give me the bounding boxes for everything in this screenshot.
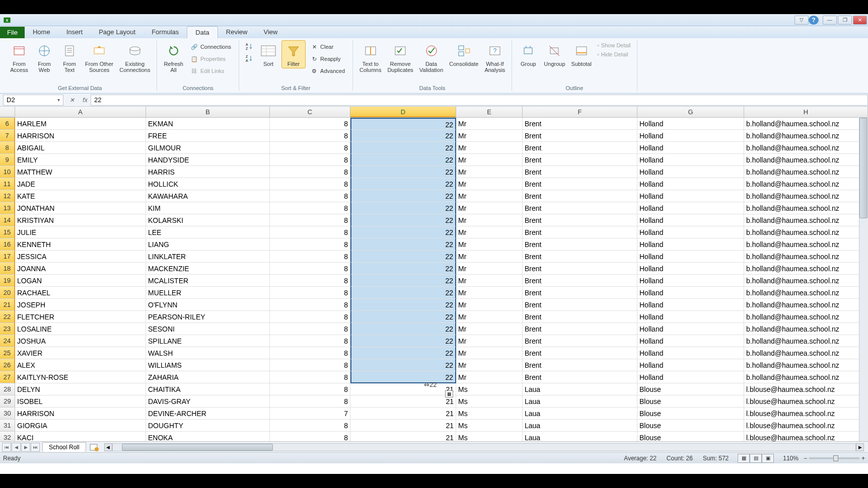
cell[interactable]: l.blouse@haumea.school.nz <box>744 383 868 395</box>
column-header-C[interactable]: C <box>270 107 350 117</box>
cell[interactable]: Laua <box>523 408 637 420</box>
row-header[interactable]: 12 <box>0 190 15 202</box>
consolidate-button[interactable]: Consolidate <box>447 40 481 68</box>
cell[interactable]: b.holland@haumea.school.nz <box>744 166 868 178</box>
cell[interactable]: 22 <box>350 275 456 287</box>
cell[interactable]: JESSICA <box>15 251 146 263</box>
filter-button[interactable]: Filter <box>281 40 306 68</box>
cell[interactable]: 22 <box>350 190 456 202</box>
cell[interactable]: Blouse <box>637 408 744 420</box>
cell[interactable]: Holland <box>637 311 744 323</box>
sort-desc-button[interactable]: ZA <box>244 53 254 63</box>
cell[interactable]: 8 <box>270 214 350 226</box>
cell[interactable]: FREE <box>146 130 270 142</box>
cell[interactable]: Brent <box>523 299 637 311</box>
cell[interactable]: 8 <box>270 359 350 371</box>
group-button[interactable]: Group <box>516 40 540 68</box>
cell[interactable]: b.holland@haumea.school.nz <box>744 371 868 383</box>
cell[interactable]: b.holland@haumea.school.nz <box>744 154 868 166</box>
row-header[interactable]: 27 <box>0 371 15 383</box>
cell[interactable]: 22 <box>350 238 456 251</box>
cell[interactable]: Mr <box>456 251 523 263</box>
cell[interactable]: 8 <box>270 251 350 263</box>
cell[interactable]: DAVIS-GRAY <box>146 395 270 408</box>
row-header[interactable]: 30 <box>0 408 15 420</box>
cell[interactable]: Blouse <box>637 395 744 408</box>
sheet-nav-last[interactable]: ⏭ <box>31 443 40 452</box>
cell[interactable]: GIORGIA <box>15 420 146 432</box>
cell[interactable]: 8 <box>270 190 350 202</box>
sheet-nav-first[interactable]: ⏮ <box>2 443 11 452</box>
cell[interactable]: b.holland@haumea.school.nz <box>744 226 868 238</box>
cell[interactable]: 22 <box>350 202 456 214</box>
sheet-nav-next[interactable]: ▶ <box>21 443 30 452</box>
cell[interactable]: Holland <box>637 371 744 383</box>
cell[interactable]: Brent <box>523 275 637 287</box>
cell[interactable]: Holland <box>637 287 744 299</box>
cell[interactable]: Mr <box>456 190 523 202</box>
text-to-columns-button[interactable]: Text toColumns <box>357 40 384 74</box>
cell[interactable]: Holland <box>637 238 744 251</box>
cell[interactable]: 8 <box>270 238 350 251</box>
cell[interactable]: Brent <box>523 142 637 154</box>
cell[interactable]: 22 <box>350 311 456 323</box>
existing-connections-button[interactable]: ExistingConnections <box>117 40 153 74</box>
cell[interactable]: PEARSON-RILEY <box>146 311 270 323</box>
cell[interactable]: b.holland@haumea.school.nz <box>744 178 868 190</box>
cell[interactable]: 22 <box>350 178 456 190</box>
tab-insert[interactable]: Insert <box>58 26 91 38</box>
autofill-options-button[interactable]: ▦ <box>445 390 453 397</box>
cell[interactable]: 22 <box>350 214 456 226</box>
cell[interactable]: 8 <box>270 202 350 214</box>
cell[interactable]: Holland <box>637 166 744 178</box>
cell[interactable]: 8 <box>270 311 350 323</box>
cell[interactable]: WILLIAMS <box>146 359 270 371</box>
cell[interactable]: 22 <box>350 166 456 178</box>
cell[interactable]: Mr <box>456 202 523 214</box>
row-header[interactable]: 24 <box>0 335 15 347</box>
cell[interactable]: Mr <box>456 371 523 383</box>
cell[interactable]: MCALISTER <box>146 275 270 287</box>
window-close-button[interactable]: ✕ <box>853 16 867 25</box>
cell[interactable]: Brent <box>523 118 637 130</box>
tab-page-layout[interactable]: Page Layout <box>91 26 143 38</box>
cell[interactable]: Brent <box>523 347 637 359</box>
from-text-button[interactable]: FromText <box>57 40 82 74</box>
cell[interactable]: MUELLER <box>146 287 270 299</box>
cell[interactable]: Mr <box>456 275 523 287</box>
cell[interactable]: 8 <box>270 178 350 190</box>
row-header[interactable]: 17 <box>0 251 15 263</box>
cell[interactable]: l.blouse@haumea.school.nz <box>744 408 868 420</box>
cell[interactable]: LOGAN <box>15 275 146 287</box>
sheet-tab[interactable]: School Roll <box>42 442 86 452</box>
tab-view[interactable]: View <box>255 26 285 38</box>
column-header-H[interactable]: H <box>744 107 868 117</box>
cell[interactable]: JONATHAN <box>15 202 146 214</box>
ungroup-button[interactable]: Ungroup <box>541 40 567 68</box>
cell[interactable]: HARRISON <box>15 408 146 420</box>
cell[interactable]: Mr <box>456 142 523 154</box>
from-access-button[interactable]: FromAccess <box>7 40 31 74</box>
zoom-out-button[interactable]: − <box>804 455 807 462</box>
cell[interactable]: HOLLICK <box>146 178 270 190</box>
cell[interactable]: b.holland@haumea.school.nz <box>744 299 868 311</box>
cell[interactable]: b.holland@haumea.school.nz <box>744 347 868 359</box>
cell[interactable]: Laua <box>523 420 637 432</box>
row-header[interactable]: 14 <box>0 214 15 226</box>
cell[interactable]: JULIE <box>15 226 146 238</box>
cell[interactable]: O'FLYNN <box>146 299 270 311</box>
row-header[interactable]: 8 <box>0 142 15 154</box>
cell[interactable]: Brent <box>523 287 637 299</box>
refresh-all-button[interactable]: RefreshAll <box>161 40 186 74</box>
cell[interactable]: EMILY <box>15 154 146 166</box>
cell[interactable]: 8 <box>270 347 350 359</box>
cell[interactable]: Mr <box>456 311 523 323</box>
cell[interactable]: MATTHEW <box>15 166 146 178</box>
row-header[interactable]: 21 <box>0 299 15 311</box>
cell[interactable]: Mr <box>456 166 523 178</box>
row-header[interactable]: 20 <box>0 287 15 299</box>
cell[interactable]: 22 <box>350 263 456 275</box>
connections-button[interactable]: 🔗Connections <box>188 41 234 52</box>
subtotal-button[interactable]: Subtotal <box>569 40 594 68</box>
cell[interactable]: 8 <box>270 383 350 395</box>
